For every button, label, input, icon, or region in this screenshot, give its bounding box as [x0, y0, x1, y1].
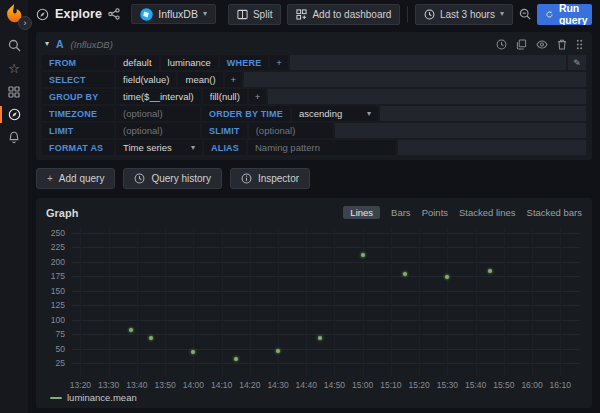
- sidebar-item-search[interactable]: [0, 34, 28, 57]
- duplicate-query-icon[interactable]: [516, 39, 527, 50]
- query-row: GROUP BYtime($__interval)fill(null)+: [42, 89, 586, 104]
- grid-line-vertical: [80, 228, 81, 376]
- share-icon[interactable]: [108, 8, 120, 20]
- zoom-out-time-button[interactable]: [519, 4, 531, 25]
- main-area: Explore InfluxDB ▾ Split: [28, 0, 600, 413]
- x-axis-tick-label: 13:30: [98, 380, 119, 390]
- run-query-button[interactable]: Run query ▾: [537, 4, 592, 25]
- grid-line-vertical: [306, 228, 307, 376]
- query-segment-from[interactable]: FROM: [42, 55, 114, 70]
- query-row: FORMAT ASTime series▾ALIASNaming pattern: [42, 140, 586, 155]
- query-row-filler: [398, 140, 586, 155]
- inspector-button[interactable]: Inspector: [230, 168, 310, 189]
- data-point: [234, 357, 238, 361]
- history-clock-icon: [134, 173, 145, 184]
- query-segment-time-interval[interactable]: time($__interval): [116, 89, 201, 104]
- page-title: Explore: [55, 7, 102, 21]
- query-segment-field-value[interactable]: field(value): [116, 72, 176, 87]
- explore-secondary-actions: + Add query Query history Inspector: [36, 168, 592, 189]
- query-segment-limit[interactable]: LIMIT: [42, 123, 114, 138]
- grafana-explore-app: › ☆: [0, 0, 600, 413]
- query-segment-format-as[interactable]: FORMAT AS: [42, 140, 114, 155]
- caret-down-icon: ▾: [367, 110, 371, 118]
- data-point: [361, 253, 365, 257]
- query-segment-alias[interactable]: ALIAS: [204, 140, 246, 155]
- sidebar-item-starred[interactable]: ☆: [0, 57, 28, 80]
- run-query-main[interactable]: Run query: [537, 4, 592, 25]
- query-segment-slimit[interactable]: SLIMIT: [202, 123, 247, 138]
- plus-icon: +: [47, 173, 53, 184]
- delete-query-trash-icon[interactable]: [557, 39, 567, 50]
- add-query-button[interactable]: + Add query: [36, 168, 115, 189]
- x-axis-tick-label: 14:00: [183, 380, 204, 390]
- query-history-icon[interactable]: [496, 39, 507, 50]
- query-segment-timezone[interactable]: TIMEZONE: [42, 106, 114, 121]
- query-segment-where[interactable]: WHERE: [220, 55, 269, 70]
- graph-mode-stacked-lines[interactable]: Stacked lines: [459, 207, 516, 218]
- data-point: [149, 336, 153, 340]
- query-history-button[interactable]: Query history: [123, 168, 221, 189]
- graph-mode-stacked-bars[interactable]: Stacked bars: [527, 207, 582, 218]
- plot-canvas: [72, 228, 580, 376]
- query-input-optional[interactable]: (optional): [116, 106, 200, 121]
- query-row-filler: [290, 55, 566, 70]
- x-axis-tick-label: 15:00: [352, 380, 373, 390]
- disable-query-eye-icon[interactable]: [536, 39, 548, 50]
- x-axis-tick-label: 14:20: [239, 380, 260, 390]
- query-segment-order-by-time[interactable]: ORDER BY TIME: [202, 106, 290, 121]
- legend-series-label: luminance.mean: [67, 392, 137, 403]
- x-axis-tick-label: 16:10: [550, 380, 571, 390]
- query-input-optional[interactable]: (optional): [116, 123, 200, 138]
- add-segment-[interactable]: +: [249, 89, 267, 104]
- datasource-picker[interactable]: InfluxDB ▾: [131, 4, 216, 24]
- add-segment-[interactable]: +: [225, 72, 243, 87]
- query-input-optional[interactable]: (optional): [249, 123, 333, 138]
- collapse-query-icon[interactable]: ▾: [45, 40, 49, 48]
- sidebar-item-explore[interactable]: [0, 103, 28, 126]
- query-segment-fill-null[interactable]: fill(null): [203, 89, 247, 104]
- data-point: [276, 349, 280, 353]
- time-range-picker[interactable]: Last 3 hours ▾: [415, 4, 513, 25]
- add-query-label: Add query: [59, 173, 105, 184]
- query-segment-luminance[interactable]: luminance: [161, 55, 218, 70]
- y-axis-tick-label: 175: [51, 271, 65, 281]
- grid-line-vertical: [391, 228, 392, 376]
- split-label: Split: [253, 9, 272, 20]
- add-segment-[interactable]: +: [270, 55, 288, 70]
- query-segment-select[interactable]: SELECT: [42, 72, 114, 87]
- drag-handle-icon[interactable]: [576, 39, 583, 50]
- graph-mode-bars[interactable]: Bars: [391, 207, 411, 218]
- search-icon: [8, 39, 21, 52]
- grid-line-vertical: [447, 228, 448, 376]
- sidebar-item-dashboards[interactable]: [0, 80, 28, 103]
- y-axis-tick-label: 125: [51, 300, 65, 310]
- query-segment-mean[interactable]: mean(): [178, 72, 222, 87]
- query-input-naming-pattern[interactable]: Naming pattern: [248, 140, 396, 155]
- datasource-name: InfluxDB: [158, 8, 198, 20]
- x-axis-tick-label: 14:50: [324, 380, 345, 390]
- add-to-dashboard-button[interactable]: Add to dashboard: [287, 4, 400, 25]
- query-segment-time-series[interactable]: Time series▾: [116, 140, 202, 155]
- bell-icon: [8, 131, 20, 144]
- y-axis-tick-label: 250: [51, 228, 65, 238]
- split-button[interactable]: Split: [228, 4, 281, 25]
- query-segment-default[interactable]: default: [116, 55, 159, 70]
- query-segment-ascending[interactable]: ascending▾: [292, 106, 378, 121]
- y-axis-tick-label: 25: [56, 358, 65, 368]
- y-axis-tick-label: 75: [56, 329, 65, 339]
- sidebar-expand-toggle[interactable]: ›: [18, 16, 32, 30]
- x-axis-tick-label: 15:30: [437, 380, 458, 390]
- data-point: [403, 272, 407, 276]
- legend-item-luminance-mean[interactable]: luminance.mean: [46, 390, 582, 405]
- data-point: [191, 350, 195, 354]
- toggle-text-edit-pencil-icon[interactable]: ✎: [568, 55, 586, 70]
- y-axis-tick-label: 200: [51, 257, 65, 267]
- query-row: TIMEZONE(optional)ORDER BY TIMEascending…: [42, 106, 586, 121]
- graph-mode-points[interactable]: Points: [422, 207, 448, 218]
- sidebar-item-alerting[interactable]: [0, 126, 28, 149]
- data-point: [445, 275, 449, 279]
- grid-line-vertical: [363, 228, 364, 376]
- query-editor-panel: ▾ A (InfluxDB): [36, 32, 592, 160]
- query-segment-group-by[interactable]: GROUP BY: [42, 89, 114, 104]
- graph-mode-lines[interactable]: Lines: [343, 206, 380, 219]
